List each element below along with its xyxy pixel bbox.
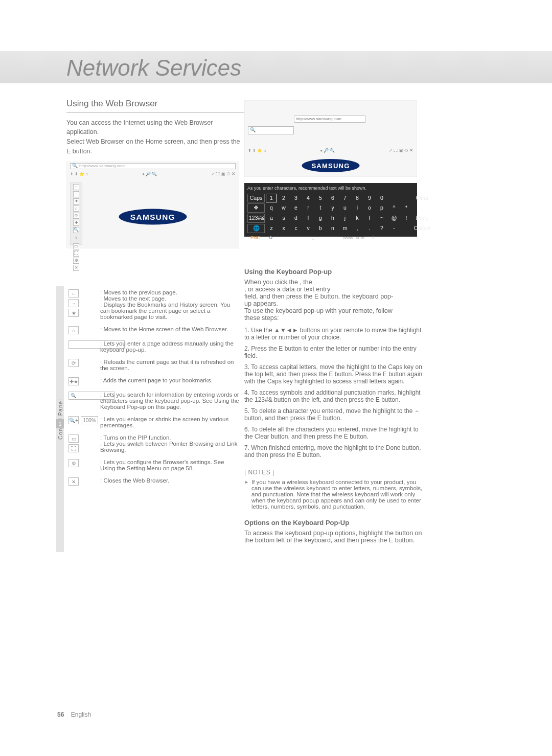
kb-key: r <box>303 204 314 212</box>
kb-key: 6 <box>327 194 338 202</box>
keyboard-hint: As you enter characters, recommended tex… <box>247 185 414 192</box>
section-title-left: Using the Web Browser <box>66 97 245 113</box>
kb-key: ^ <box>388 204 400 212</box>
kb-key: - <box>388 224 400 233</box>
ctrl-row: ▭⛶: Turns on the PIP function. : Lets yo… <box>68 431 240 456</box>
kb-eng: ENG <box>250 235 261 242</box>
step-item: 7. When finished entering, move the high… <box>244 444 423 459</box>
iconrow-b-right: ⤢ ⛶ ▣ ⚙ ✕ <box>389 148 413 154</box>
kp-options-title: Options on the Keyboard Pop-Up <box>244 519 423 526</box>
kb-gear-icon: ✿ <box>269 235 273 242</box>
iconrow-b-left: ⬆ ⬇ ⭐ ⌂ <box>248 148 266 154</box>
ctrl-row: ⚙: Lets you configure the Browser's sett… <box>68 456 240 474</box>
kb-key: , <box>352 224 363 233</box>
ctrl-icon: ⚙ <box>68 459 79 467</box>
ctrl-row: ←→★: Moves to the previous page. : Moves… <box>68 286 240 323</box>
kb-key: . <box>364 224 375 233</box>
search-icon: 🔍 <box>72 163 78 170</box>
kb-key: p <box>376 204 387 212</box>
search-box-b: 🔍 <box>248 126 294 134</box>
search-icon: 🔍 <box>250 127 256 134</box>
kb-key: 2 <box>278 194 289 202</box>
ctrl-row-text: : Lets you search for information by ent… <box>100 392 240 410</box>
ctrl-icon: ⌂ <box>68 326 79 334</box>
page-number: 56 <box>57 711 64 718</box>
url-box-a: 🔍 http://www.samsung.com <box>70 163 236 169</box>
kb-key: 8 <box>352 194 363 202</box>
kb-key: 4 <box>303 194 314 202</box>
kb-key: c <box>290 224 302 233</box>
kb-key: 7 <box>339 194 351 202</box>
kb-key: j <box>339 214 351 222</box>
keyboard-popup-title: Using the Keyboard Pop-up <box>244 268 423 276</box>
ctrl-icon: ⟳ <box>68 359 79 367</box>
ctrl-row: : Lets you enter a page address manually… <box>68 337 240 356</box>
browser-thumbnail-a: 🔍 http://www.samsung.com ⬆ ⬇ ⭐ ⌂ ● 🔎 🔍 ⤢… <box>66 162 239 248</box>
kb-key: n <box>327 224 338 233</box>
ctrl-row-text: : Lets you enter a page address manually… <box>100 340 240 353</box>
kb-key: ❖ <box>247 203 265 213</box>
kb-space: ␣ <box>312 235 315 242</box>
kb-key: q <box>266 204 277 212</box>
ctrl-row: ✕: Closes the Web Browser. <box>68 474 240 489</box>
kb-key: t <box>315 204 326 212</box>
kb-key: d <box>290 214 302 222</box>
kb-key: Cancel <box>413 224 431 233</box>
page-title: Network Services <box>66 55 241 81</box>
kb-key: ? <box>376 224 387 233</box>
kb-key: i <box>352 204 363 212</box>
browser-thumbnail-b: http://www.samsung.com 🔍 ⬆ ⬇ ⭐ ⌂ ● 🔎 🔍 ⤢… <box>244 100 417 177</box>
ctrl-icon: → <box>68 299 79 307</box>
step-item: 5. To delete a character you entered, mo… <box>244 407 423 422</box>
step-item: 2. Press the E button to enter the lette… <box>244 345 423 359</box>
kb-key: g <box>315 214 326 222</box>
url-input-b: http://www.samsung.com <box>294 116 365 123</box>
iconrow-a-mid: ● 🔎 🔍 <box>142 171 157 177</box>
kb-key: h <box>327 214 338 222</box>
kb-key: 123#& <box>247 214 265 223</box>
step-item: 1. Use the ▲▼◄► buttons on your remote t… <box>244 327 423 341</box>
kb-key: @ <box>388 214 400 222</box>
ctrl-row-text: : Turns on the PIP function. : Lets you … <box>100 434 240 453</box>
control-panel-number: 1 <box>56 419 64 428</box>
ctrl-icon: ✚★ <box>68 377 79 385</box>
kb-key: ! <box>401 214 412 222</box>
kb-key: 0 <box>376 194 387 202</box>
kb-key: 5 <box>315 194 326 202</box>
ctrl-row-text: : Moves to the Home screen of the Web Br… <box>100 326 240 334</box>
step-item: 4. To access symbols and additional punc… <box>244 389 423 403</box>
ctrl-row: 🔍: Lets you search for information by en… <box>68 388 240 413</box>
url-text-a: http://www.samsung.com <box>79 163 125 169</box>
notes-heading: | NOTES | <box>244 469 423 476</box>
ctrl-row-text: : Lets you enlarge or shrink the screen … <box>100 416 240 428</box>
ctrl-row: 🔍+100%: Lets you enlarge or shrink the s… <box>68 413 240 431</box>
iconrow-b-mid: ● 🔎 🔍 <box>320 148 335 154</box>
kb-key: z <box>266 224 277 233</box>
kb-key: * <box>401 204 412 212</box>
kb-key: ~ <box>376 214 387 222</box>
ctrl-row: ✚★: Adds the current page to your bookma… <box>68 374 240 388</box>
kb-key: a <box>266 214 277 222</box>
ctrl-row: ⌂: Moves to the Home screen of the Web B… <box>68 323 240 337</box>
ctrl-icon: ← <box>68 289 79 297</box>
samsung-logo-a: SAMSUNG <box>117 208 189 226</box>
kb-key: b <box>315 224 326 233</box>
ctrl-row-text: : Lets you configure the Browser's setti… <box>100 459 240 471</box>
ctrl-row: ⟳: Reloads the current page so that it i… <box>68 356 240 374</box>
ctrl-row-text: : Moves to the previous page. : Moves to… <box>100 289 240 320</box>
footer-section: English <box>71 711 91 718</box>
step-item: 6. To delete all the characters you ente… <box>244 426 423 440</box>
section-para-left: You can access the Internet using the We… <box>66 118 245 156</box>
kp-options-para: To access the keyboard pop-up options, h… <box>244 530 423 544</box>
keyboard-popup: As you enter characters, recommended tex… <box>244 183 417 237</box>
kb-key: f <box>303 214 314 222</box>
kb-key: s <box>278 214 289 222</box>
ctrl-icon: ▭ <box>68 434 79 443</box>
zoom-pct: 100% <box>81 416 98 424</box>
kb-key: m <box>339 224 351 233</box>
zoom-icon: 🔍+ <box>68 416 79 424</box>
ctrl-row-text: : Closes the Web Browser. <box>100 477 240 486</box>
kb-slash: / <box>373 235 374 242</box>
ctrl-row-text: : Adds the current page to your bookmark… <box>100 377 240 385</box>
kb-www: www .com <box>343 235 365 242</box>
